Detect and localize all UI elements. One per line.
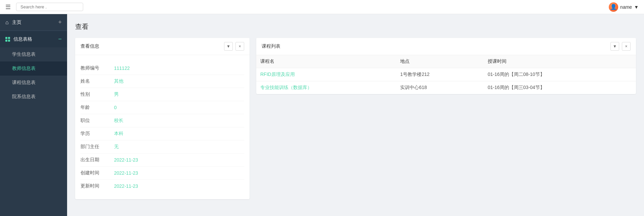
course-name-cell[interactable]: RFID原理及应用 bbox=[256, 68, 396, 81]
search-input[interactable] bbox=[16, 3, 83, 11]
info-label: 部门主任 bbox=[80, 144, 114, 150]
course-table: 课程名地点授课时间 RFID原理及应用1号教学楼21201-16周的【周二08-… bbox=[256, 55, 636, 94]
course-card-collapse-btn[interactable]: ▼ bbox=[610, 42, 619, 51]
info-row: 更新时间2022-11-23 bbox=[80, 180, 244, 192]
info-value: 2022-11-23 bbox=[114, 157, 138, 163]
sidebar-item-teacher-label: 教师信息表 bbox=[12, 66, 36, 72]
layout: ⌂ 主页 + 信息表格 − 学生信息表 教师信息表 课程信息表 院系信息表 查看 bbox=[0, 14, 644, 216]
course-table-body: RFID原理及应用1号教学楼21201-16周的【周二08-10节】专业技能训练… bbox=[256, 68, 636, 94]
info-row: 出生日期2022-11-23 bbox=[80, 154, 244, 167]
info-card-actions: ▼ × bbox=[224, 42, 244, 51]
sidebar-item-department-label: 院系信息表 bbox=[12, 94, 36, 100]
grid-icon bbox=[5, 37, 10, 42]
info-label: 学历 bbox=[80, 131, 114, 137]
chevron-down-icon: ▼ bbox=[226, 44, 230, 49]
menu-icon[interactable]: ☰ bbox=[5, 3, 11, 11]
info-row: 年龄0 bbox=[80, 101, 244, 114]
info-value: 2022-11-23 bbox=[114, 183, 138, 189]
info-label: 年龄 bbox=[80, 104, 114, 111]
sidebar-group-label: 信息表格 bbox=[13, 36, 32, 42]
avatar: 👤 bbox=[609, 2, 618, 12]
user-dropdown-icon: ▼ bbox=[634, 4, 639, 10]
course-card: 课程列表 ▼ × 课 bbox=[256, 38, 636, 94]
sidebar-item-student[interactable]: 学生信息表 bbox=[0, 47, 67, 61]
info-value: 无 bbox=[114, 144, 119, 150]
course-card-close-btn[interactable]: × bbox=[622, 42, 631, 51]
sidebar-home-label: 主页 bbox=[12, 19, 21, 26]
user-area[interactable]: 👤 name ▼ bbox=[609, 2, 639, 12]
course-card-body: 课程名地点授课时间 RFID原理及应用1号教学楼21201-16周的【周二08-… bbox=[256, 55, 636, 94]
course-time-cell: 01-16周的【周三03-04节】 bbox=[484, 81, 636, 94]
info-card-body: 教师编号111122姓名其他性别男年龄0职位校长学历本科部门主任无出生日期202… bbox=[75, 55, 250, 199]
info-value: 0 bbox=[114, 105, 117, 110]
info-label: 教师编号 bbox=[80, 65, 114, 71]
info-card: 查看信息 ▼ × 教师编号111122姓名其他性别男年龄0职位校长学历本科部门主… bbox=[75, 38, 250, 199]
info-card-close-btn[interactable]: × bbox=[235, 42, 244, 51]
info-value: 其他 bbox=[114, 78, 123, 84]
course-name-cell[interactable]: 专业技能训练（数据库） bbox=[256, 81, 396, 94]
sidebar-item-department[interactable]: 院系信息表 bbox=[0, 90, 67, 104]
info-value: 2022-11-23 bbox=[114, 170, 138, 176]
page-title: 查看 bbox=[75, 22, 636, 31]
home-icon: ⌂ bbox=[5, 19, 9, 26]
info-value: 本科 bbox=[114, 131, 123, 137]
info-card-collapse-btn[interactable]: ▼ bbox=[224, 42, 233, 51]
info-label: 性别 bbox=[80, 91, 114, 97]
close-icon: × bbox=[625, 44, 627, 49]
avatar-image: 👤 bbox=[609, 2, 618, 12]
sidebar-group-info[interactable]: 信息表格 − bbox=[0, 31, 67, 47]
info-label: 职位 bbox=[80, 118, 114, 124]
course-location-cell: 实训中心618 bbox=[396, 81, 484, 94]
cards-row: 查看信息 ▼ × 教师编号111122姓名其他性别男年龄0职位校长学历本科部门主… bbox=[75, 38, 636, 199]
table-row: RFID原理及应用1号教学楼21201-16周的【周二08-10节】 bbox=[256, 68, 636, 81]
course-time-cell: 01-16周的【周二08-10节】 bbox=[484, 68, 636, 81]
course-table-column: 地点 bbox=[396, 55, 484, 68]
info-row: 学历本科 bbox=[80, 127, 244, 140]
info-card-header: 查看信息 ▼ × bbox=[75, 38, 250, 55]
main-content: 查看 查看信息 ▼ × 教师编号11112 bbox=[67, 14, 644, 216]
info-value: 男 bbox=[114, 91, 119, 97]
info-row: 职位校长 bbox=[80, 114, 244, 127]
sidebar-item-course-label: 课程信息表 bbox=[12, 80, 36, 86]
course-card-title: 课程列表 bbox=[262, 43, 280, 49]
sidebar-item-home[interactable]: ⌂ 主页 + bbox=[0, 14, 67, 31]
info-row: 教师编号111122 bbox=[80, 62, 244, 75]
course-table-header-row: 课程名地点授课时间 bbox=[256, 55, 636, 68]
info-value: 校长 bbox=[114, 118, 123, 124]
info-label: 姓名 bbox=[80, 78, 114, 84]
course-card-actions: ▼ × bbox=[610, 42, 631, 51]
course-card-header: 课程列表 ▼ × bbox=[256, 38, 636, 55]
info-card-title: 查看信息 bbox=[80, 43, 99, 49]
info-label: 更新时间 bbox=[80, 183, 114, 189]
info-row: 创建时间2022-11-23 bbox=[80, 167, 244, 180]
info-label: 创建时间 bbox=[80, 170, 114, 176]
sidebar-add-icon[interactable]: + bbox=[58, 19, 62, 26]
info-row: 姓名其他 bbox=[80, 75, 244, 88]
sidebar-item-student-label: 学生信息表 bbox=[12, 51, 36, 57]
info-row: 性别男 bbox=[80, 88, 244, 101]
course-table-head: 课程名地点授课时间 bbox=[256, 55, 636, 68]
header: ☰ 👤 name ▼ bbox=[0, 0, 644, 14]
info-value: 111122 bbox=[114, 66, 130, 71]
info-row: 部门主任无 bbox=[80, 140, 244, 154]
table-row: 专业技能训练（数据库）实训中心61801-16周的【周三03-04节】 bbox=[256, 81, 636, 94]
close-icon: × bbox=[238, 44, 241, 49]
info-label: 出生日期 bbox=[80, 157, 114, 163]
sidebar-item-course[interactable]: 课程信息表 bbox=[0, 76, 67, 90]
course-table-column: 课程名 bbox=[256, 55, 396, 68]
course-table-column: 授课时间 bbox=[484, 55, 636, 68]
user-name: name bbox=[620, 4, 632, 10]
sidebar: ⌂ 主页 + 信息表格 − 学生信息表 教师信息表 课程信息表 院系信息表 bbox=[0, 14, 67, 216]
course-location-cell: 1号教学楼212 bbox=[396, 68, 484, 81]
sidebar-collapse-icon: − bbox=[58, 36, 62, 43]
chevron-down-icon: ▼ bbox=[613, 44, 617, 49]
sidebar-item-teacher[interactable]: 教师信息表 bbox=[0, 61, 67, 76]
